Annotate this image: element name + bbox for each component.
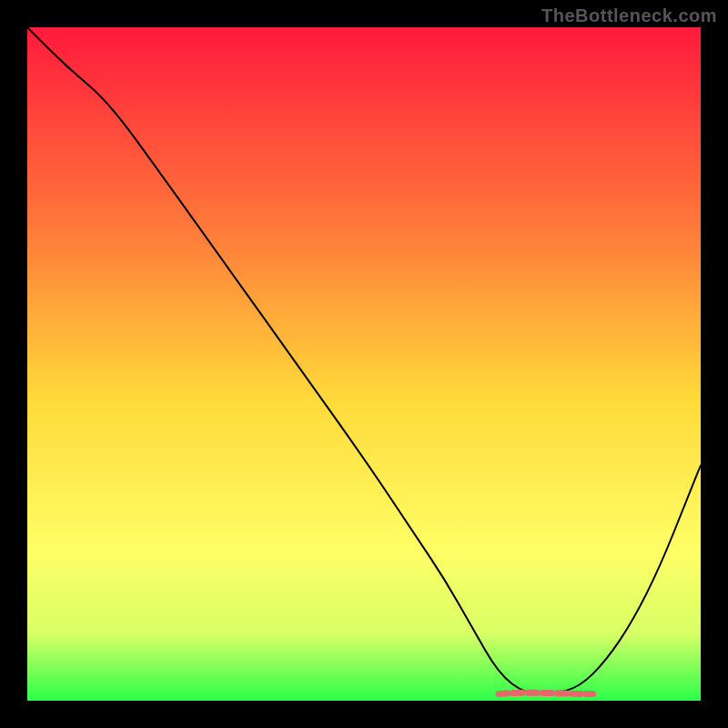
chart-svg xyxy=(27,27,701,701)
chart-frame: TheBottleneck.com xyxy=(0,0,728,728)
plot-area xyxy=(27,27,701,701)
watermark-text: TheBottleneck.com xyxy=(541,5,717,26)
curve-highlight xyxy=(499,693,593,693)
